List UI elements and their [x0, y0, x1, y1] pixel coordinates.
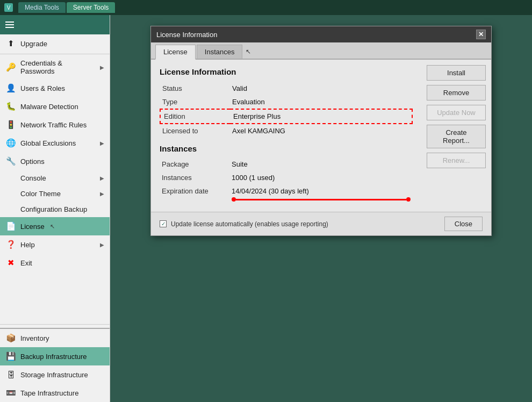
value-licensedto: Axel KAMGAING	[230, 124, 412, 138]
sidebar-item-colortheme[interactable]: Color Theme ▶	[0, 186, 110, 202]
table-row-licensedto: Licensed to Axel KAMGAING	[160, 124, 412, 138]
license-modal: License Information ✕ License Instances …	[150, 26, 492, 236]
update-now-button[interactable]: Update Now	[427, 105, 486, 120]
help-icon: ❓	[5, 239, 16, 250]
sidebar-item-license[interactable]: 📄 License ↖	[0, 217, 110, 235]
table-row-edition: Edition Enterprise Plus	[160, 109, 412, 124]
inventory-icon: 📦	[5, 333, 16, 343]
sidebar-item-help[interactable]: ❓ Help ▶	[0, 235, 110, 254]
table-row-status: Status Valid	[160, 82, 412, 95]
modal-main-content: License Information Status Valid Type Ev…	[151, 60, 421, 212]
modal-tab-instances[interactable]: Instances	[197, 45, 243, 59]
arrow-icon: ▶	[100, 140, 104, 146]
sidebar-item-tape-infra[interactable]: 📼 Tape Infrastructure	[0, 384, 110, 402]
malware-icon: 🐛	[5, 101, 16, 112]
main-area: License Information ✕ License Instances …	[110, 15, 532, 402]
modal-action-buttons: Install Remove Update Now Create Report.…	[421, 60, 491, 212]
modal-tab-license[interactable]: License	[155, 45, 196, 60]
sidebar-item-label: Malware Detection	[20, 103, 78, 111]
arrow-icon: ▶	[100, 191, 104, 197]
license-info-table: Status Valid Type Evaluation Edition Ent…	[160, 82, 413, 138]
sidebar-item-label: Inventory	[20, 334, 49, 342]
sidebar: ⬆ Upgrade 🔑 Credentials & Passwords ▶ 👤 …	[0, 15, 110, 402]
sidebar-item-label: Exit	[20, 259, 32, 267]
sidebar-item-backup-infra[interactable]: 💾 Backup Infrastructure	[0, 347, 110, 365]
sidebar-item-credentials[interactable]: 🔑 Credentials & Passwords ▶	[0, 55, 110, 79]
renew-button[interactable]: Renew...	[427, 153, 486, 168]
sidebar-bottom: 📦 Inventory 💾 Backup Infrastructure 🗄 St…	[0, 328, 110, 402]
close-button[interactable]: Close	[444, 217, 483, 231]
expiry-bar-container	[232, 197, 411, 202]
modal-overlay: License Information ✕ License Instances …	[110, 15, 532, 402]
modal-tabs: License Instances ↖	[151, 42, 491, 60]
sidebar-item-inventory[interactable]: 📦 Inventory	[0, 329, 110, 347]
upgrade-icon: ⬆	[5, 38, 16, 49]
sidebar-item-console[interactable]: Console ▶	[0, 170, 110, 186]
sidebar-item-users[interactable]: 👤 Users & Roles	[0, 79, 110, 97]
label-type: Type	[160, 95, 230, 109]
sidebar-item-exit[interactable]: ✖ Exit	[0, 254, 110, 272]
modal-title: License Information	[156, 31, 217, 39]
remove-button[interactable]: Remove	[427, 85, 486, 101]
expiry-dot-right	[406, 197, 411, 202]
label-edition: Edition	[160, 109, 230, 124]
auto-update-checkbox[interactable]: ✓	[160, 220, 167, 227]
arrow-icon: ▶	[100, 64, 104, 70]
sidebar-item-label: License	[20, 222, 45, 231]
value-type: Evaluation	[230, 95, 412, 109]
table-row-expiry: Expiration date 14/04/2024 (30 days left…	[160, 184, 413, 204]
modal-body: License Information Status Valid Type Ev…	[151, 60, 491, 212]
sidebar-item-upgrade[interactable]: ⬆ Upgrade	[0, 34, 110, 53]
backup-infra-icon: 💾	[5, 351, 16, 362]
arrow-icon: ▶	[100, 242, 104, 248]
sidebar-item-exclusions[interactable]: 🌐 Global Exclusions ▶	[0, 134, 110, 152]
sidebar-item-label: Help	[20, 241, 35, 249]
expiry-bar	[232, 197, 411, 202]
options-icon: 🔧	[5, 156, 16, 167]
sidebar-item-network[interactable]: 🚦 Network Traffic Rules	[0, 116, 110, 134]
auto-update-label: Update license automatically (enables us…	[171, 220, 440, 228]
label-status: Status	[160, 82, 230, 95]
sidebar-item-options[interactable]: 🔧 Options	[0, 152, 110, 170]
exit-icon: ✖	[5, 257, 16, 268]
app-icon: V	[4, 3, 13, 12]
install-button[interactable]: Install	[427, 65, 486, 81]
sidebar-item-label: Global Exclusions	[20, 139, 76, 147]
sidebar-item-label: Configuration Backup	[20, 205, 87, 213]
value-edition: Enterprise Plus	[230, 109, 412, 124]
value-package: Suite	[229, 157, 413, 171]
license-section-title: License Information	[160, 67, 413, 76]
table-row-package: Package Suite	[160, 157, 413, 171]
arrow-icon: ▶	[100, 175, 104, 181]
label-package: Package	[160, 157, 229, 171]
sidebar-item-label: Console	[20, 174, 46, 182]
sidebar-item-label: Network Traffic Rules	[20, 121, 87, 129]
sidebar-item-malware[interactable]: 🐛 Malware Detection	[0, 97, 110, 116]
instances-section-title: Instances	[160, 144, 413, 153]
tape-infra-icon: 📼	[5, 387, 16, 398]
network-icon: 🚦	[5, 119, 16, 130]
app-body: ⬆ Upgrade 🔑 Credentials & Passwords ▶ 👤 …	[0, 15, 532, 402]
cursor-indicator: ↖	[50, 223, 55, 230]
tab-server-tools[interactable]: Server Tools	[67, 2, 115, 13]
sidebar-item-label: Credentials & Passwords	[20, 59, 96, 75]
value-expiry: 14/04/2024 (30 days left)	[229, 184, 413, 204]
expiry-line	[236, 199, 406, 200]
sidebar-item-label: Tape Infrastructure	[20, 389, 78, 397]
expiry-dot-left	[232, 197, 236, 202]
sidebar-item-label: Backup Infrastructure	[20, 353, 87, 361]
sidebar-item-storage-infra[interactable]: 🗄 Storage Infrastructure	[0, 365, 110, 384]
sidebar-item-label: Users & Roles	[20, 84, 65, 92]
users-icon: 👤	[5, 83, 16, 94]
hamburger-menu[interactable]	[5, 21, 14, 28]
modal-title-bar: License Information ✕	[151, 26, 491, 42]
create-report-button[interactable]: Create Report...	[427, 125, 486, 148]
label-expiry: Expiration date	[160, 184, 229, 204]
table-row-instances: Instances 1000 (1 used)	[160, 171, 413, 184]
modal-close-button[interactable]: ✕	[476, 30, 486, 39]
sidebar-item-label: Storage Infrastructure	[20, 371, 88, 379]
sidebar-item-label: Upgrade	[20, 40, 47, 48]
sidebar-item-configbackup[interactable]: Configuration Backup	[0, 202, 110, 217]
title-bar-tabs: Media Tools Server Tools	[18, 2, 115, 13]
tab-media-tools[interactable]: Media Tools	[18, 2, 66, 13]
